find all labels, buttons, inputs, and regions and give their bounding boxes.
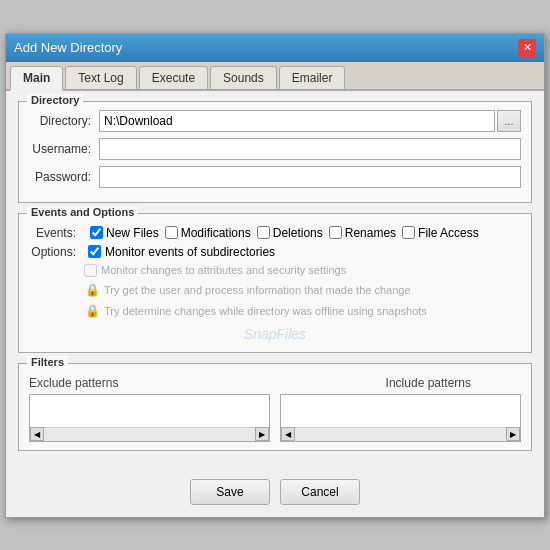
options-label: Options:: [29, 245, 84, 259]
password-row: Password:: [29, 166, 521, 188]
checkbox-renames[interactable]: [329, 226, 342, 239]
include-textarea[interactable]: [281, 395, 520, 427]
username-input[interactable]: [99, 138, 521, 160]
event-modifications: Modifications: [165, 226, 251, 240]
event-renames: Renames: [329, 226, 396, 240]
filters-header: Exclude patterns Include patterns: [29, 372, 521, 390]
directory-section-label: Directory: [27, 94, 83, 106]
include-scroll-left[interactable]: ◀: [281, 427, 295, 441]
events-label: Events:: [29, 226, 84, 240]
directory-row: Directory: ...: [29, 110, 521, 132]
username-row: Username:: [29, 138, 521, 160]
tab-sounds[interactable]: Sounds: [210, 66, 277, 89]
cancel-button[interactable]: Cancel: [280, 479, 360, 505]
exclude-hscrollbar[interactable]: ◀ ▶: [30, 427, 269, 441]
watermark: SnapFiles: [29, 324, 521, 344]
event-deletions-label: Deletions: [273, 226, 323, 240]
option-get-user-row: 🔒 Try get the user and process informati…: [29, 282, 521, 298]
checkbox-new-files[interactable]: [90, 226, 103, 239]
exclude-scroll-left[interactable]: ◀: [30, 427, 44, 441]
footer: Save Cancel: [6, 471, 544, 517]
exclude-textarea[interactable]: [30, 395, 269, 427]
title-bar: Add New Directory ✕: [6, 34, 544, 62]
option-snapshots-row: 🔒 Try determine changes while directory …: [29, 303, 521, 319]
include-patterns-label: Include patterns: [386, 376, 471, 390]
option-snapshots-label: Try determine changes while directory wa…: [104, 305, 427, 317]
exclude-patterns-label: Exclude patterns: [29, 376, 118, 390]
include-box: ◀ ▶: [280, 394, 521, 442]
filters-row: ◀ ▶ ◀ ▶: [29, 394, 521, 442]
tab-main[interactable]: Main: [10, 66, 63, 91]
events-row: Events: New Files Modifications Deletion…: [29, 226, 521, 240]
checkbox-file-access[interactable]: [402, 226, 415, 239]
event-modifications-label: Modifications: [181, 226, 251, 240]
option-monitor-sub-row: Options: Monitor events of subdirectorie…: [29, 245, 521, 259]
tab-emailer[interactable]: Emailer: [279, 66, 346, 89]
event-file-access-label: File Access: [418, 226, 479, 240]
directory-input[interactable]: [99, 110, 495, 132]
filters-section: Filters Exclude patterns Include pattern…: [18, 363, 532, 451]
checkbox-monitor-sub[interactable]: [88, 245, 101, 258]
main-content: Directory Directory: ... Username: Passw…: [6, 91, 544, 471]
lock-icon-2: 🔒: [84, 303, 100, 319]
directory-section: Directory Directory: ... Username: Passw…: [18, 101, 532, 203]
option-monitor-attr-label: Monitor changes to attributes and securi…: [101, 264, 346, 276]
main-window: Add New Directory ✕ Main Text Log Execut…: [5, 33, 545, 518]
events-section-label: Events and Options: [27, 206, 138, 218]
option-monitor-attr-row: Monitor changes to attributes and securi…: [29, 264, 521, 277]
event-new-files-label: New Files: [106, 226, 159, 240]
event-deletions: Deletions: [257, 226, 323, 240]
password-input[interactable]: [99, 166, 521, 188]
include-hscrollbar[interactable]: ◀ ▶: [281, 427, 520, 441]
browse-button[interactable]: ...: [497, 110, 521, 132]
tab-textlog[interactable]: Text Log: [65, 66, 136, 89]
option-monitor-sub-label: Monitor events of subdirectories: [105, 245, 275, 259]
event-new-files: New Files: [90, 226, 159, 240]
window-title: Add New Directory: [14, 40, 122, 55]
exclude-scroll-right[interactable]: ▶: [255, 427, 269, 441]
close-button[interactable]: ✕: [518, 39, 536, 57]
password-label: Password:: [29, 170, 99, 184]
checkbox-modifications[interactable]: [165, 226, 178, 239]
directory-label: Directory:: [29, 114, 99, 128]
events-section: Events and Options Events: New Files Mod…: [18, 213, 532, 353]
exclude-box: ◀ ▶: [29, 394, 270, 442]
include-scroll-right[interactable]: ▶: [506, 427, 520, 441]
tab-execute[interactable]: Execute: [139, 66, 208, 89]
checkbox-deletions[interactable]: [257, 226, 270, 239]
tab-bar: Main Text Log Execute Sounds Emailer: [6, 62, 544, 91]
event-file-access: File Access: [402, 226, 479, 240]
checkbox-monitor-attr[interactable]: [84, 264, 97, 277]
save-button[interactable]: Save: [190, 479, 270, 505]
option-get-user-label: Try get the user and process information…: [104, 284, 411, 296]
filters-section-label: Filters: [27, 356, 68, 368]
lock-icon-1: 🔒: [84, 282, 100, 298]
event-renames-label: Renames: [345, 226, 396, 240]
username-label: Username:: [29, 142, 99, 156]
